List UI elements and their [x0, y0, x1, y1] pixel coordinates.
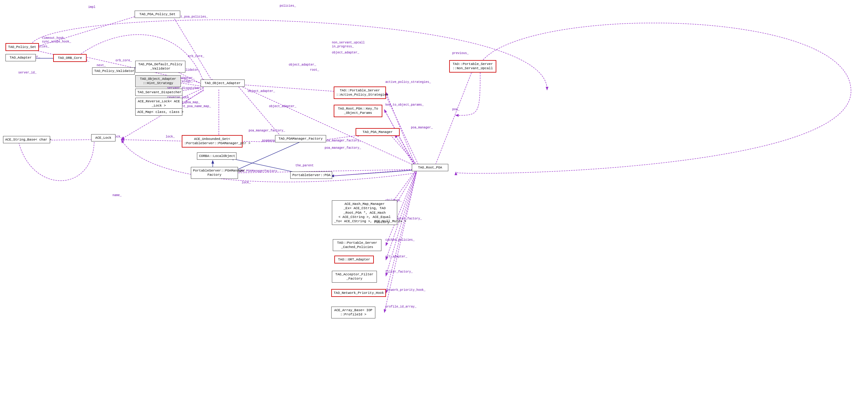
label-factory: Factory	[374, 220, 389, 224]
label-timeout-hook: timeout_hook_	[42, 36, 66, 40]
label-orb-core-3: orb_core_	[188, 55, 204, 58]
svg-line-35	[122, 140, 185, 141]
label-poa-manager-factory-2: poa_manager_factory_	[324, 139, 361, 142]
node-TAO-Portable-Server-Cached-Policies[interactable]: TAO::Portable_Server_Cached_Policies	[333, 239, 381, 251]
svg-line-20	[331, 170, 416, 176]
label-profile-id-array: profile_id_array_	[385, 305, 416, 308]
node-TAO-Root-POA[interactable]: TAO_Root_POA	[412, 164, 448, 171]
svg-line-23	[384, 110, 416, 168]
node-ACE-Array-Base-IOP-ProfileId[interactable]: ACE_Array_Base< IOP::ProfileId >	[331, 307, 375, 319]
svg-line-24	[435, 70, 473, 167]
svg-line-0	[30, 17, 135, 48]
label-poa: poa_	[452, 108, 460, 111]
node-ACE-Reverse-Lock[interactable]: ACE_Reverse_Lock< ACE_Lock >	[135, 98, 182, 109]
label-impl: impl	[88, 5, 95, 9]
node-TAO-Object-Adapter-Hint-Strategy[interactable]: TAO_Object_Adapter::Hint_Strategy	[135, 75, 181, 87]
label-server-id: server_id_	[18, 71, 36, 74]
node-ACE-Unbounded-Set[interactable]: ACE_Unbounded_Set<:PortableServer::POAMa…	[182, 135, 243, 147]
label-name: name_	[113, 194, 122, 197]
label-ort-adapter: ort_adapter_	[385, 255, 407, 258]
svg-line-34	[391, 135, 420, 168]
label-cached-policies: cached_policies_	[385, 238, 414, 242]
label-policies: policies_	[280, 4, 296, 8]
node-PortableServer-POAManager-Factory[interactable]: PortableServer::POAManagerFactory	[191, 167, 238, 179]
label-filter-factory: filter_factory_	[385, 270, 413, 273]
node-TAO-Servant-Dispatcher[interactable]: TAO_Servant_Dispatcher	[135, 89, 182, 96]
node-TAO-Policy-Set[interactable]: TAO_Policy_Set	[5, 43, 39, 51]
label-lock-1: lock_	[166, 135, 175, 138]
label-active-policy-strategies: active_policy_strategies_	[385, 80, 431, 84]
label-next: next_	[97, 64, 106, 67]
node-TAO-Acceptor-Filter-Factory[interactable]: TAO_Acceptor_Filter_Factory	[332, 271, 377, 282]
node-TAO-Adapter[interactable]: TAO_Adapter	[5, 54, 36, 61]
node-ACE-Lock[interactable]: ACE_Lock	[91, 134, 116, 141]
label-key-to-object-params: key_to_object_params_	[385, 103, 424, 106]
node-TAO-Portable-Server-Non-Servant-Upcall[interactable]: TAO::Portable_Server::Non_Servant_Upcall	[449, 60, 496, 72]
label-network-priority-hook: network_priority_hook_	[385, 289, 426, 292]
svg-line-30	[386, 172, 416, 293]
svg-line-21	[395, 135, 416, 168]
node-ACE-Map[interactable]: ACE_Map< class, class >	[135, 108, 182, 116]
node-ACE-String-Base-char[interactable]: ACE_String_Base< char >	[3, 136, 50, 143]
label-poa-manager-factory-3: poa_manager_factory_	[324, 146, 361, 149]
label-object-adapter-3: object_adapter_	[269, 105, 296, 108]
label-sync-scope-hook: sync_scope_hook_	[42, 40, 71, 43]
label-previous: previous_	[452, 52, 469, 55]
svg-line-39	[384, 110, 416, 168]
node-TAO-Object-Adapter[interactable]: TAO_Object_Adapter	[200, 79, 245, 87]
svg-line-36	[331, 169, 416, 176]
label-poa-manager: poa_manager_	[411, 126, 433, 129]
label-object-adapter-5: object_adapter_	[332, 51, 359, 54]
label-poa-manager-factory-1: poa_manager_factory_	[249, 129, 285, 132]
label-non-servant-upcall: non_servant_upcall	[332, 41, 365, 44]
label-object-adapter-2: object_adapter_	[248, 90, 275, 93]
node-TAO-POA-Default-Policy-Validator[interactable]: TAO_POA_Default_Policy_Validator	[135, 61, 185, 72]
node-CORBA-LocalObject[interactable]: CORBA::LocalObject	[197, 153, 237, 160]
node-PortableServer-POA[interactable]: PortableServer::POA	[290, 171, 332, 179]
label-the-parent: the_parent	[296, 164, 314, 167]
node-TAO-Policy-Validator[interactable]: TAO_Policy_Validator	[92, 67, 135, 75]
label-in-progress: in_progress_	[332, 45, 354, 48]
node-TAO-POA-Manager[interactable]: TAO_POA_Manager	[355, 128, 400, 136]
node-TAO-Root-POA-Key-To-Object-Params[interactable]: TAO_Root_POA::Key_To_Object_Params	[334, 105, 382, 117]
diagram-container: impl policies_ default_poa_policies_ def…	[0, 0, 868, 401]
node-TAO-Network-Priority-Hook[interactable]: TAO_Network_Priority_Hook	[331, 289, 386, 297]
node-TAO-POAManager-Factory[interactable]: TAO_POAManager_Factory	[275, 135, 326, 142]
node-TAO-Portable-Server-Active-Policy-Strategies[interactable]: TAO::Portable_Server::Active_Policy_Stra…	[334, 87, 386, 99]
label-lock-3: lock_	[242, 181, 251, 184]
node-TAO-POA-Policy-Set[interactable]: TAO_POA_Policy_Set	[135, 11, 180, 18]
node-TAO-ORT-Adapter[interactable]: TAO::ORT_Adapter	[334, 256, 374, 264]
node-TAO-ORB-Core[interactable]: TAO_ORB_Core	[53, 54, 87, 62]
label-object-adapter-4: object_adapter_	[289, 63, 316, 66]
label-orb-core-2: orb_core_	[116, 59, 132, 62]
label-root: root_	[310, 68, 319, 72]
svg-line-32	[237, 85, 416, 166]
